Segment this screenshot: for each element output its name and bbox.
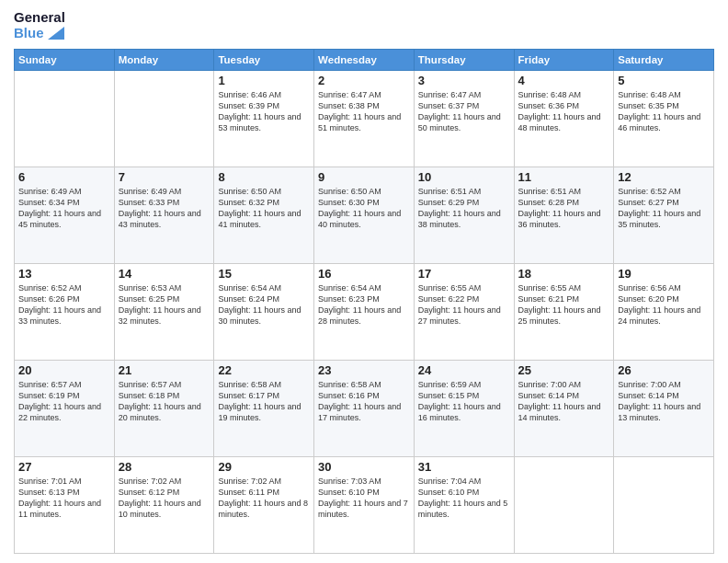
- calendar-cell: 14Sunrise: 6:53 AMSunset: 6:25 PMDayligh…: [114, 263, 214, 360]
- calendar-cell: 1Sunrise: 6:46 AMSunset: 6:39 PMDaylight…: [214, 70, 314, 167]
- day-number: 22: [218, 363, 310, 377]
- cell-content: Sunrise: 6:48 AMSunset: 6:36 PMDaylight:…: [518, 89, 610, 134]
- cell-content: Sunrise: 6:51 AMSunset: 6:29 PMDaylight:…: [418, 186, 510, 231]
- calendar-week-3: 13Sunrise: 6:52 AMSunset: 6:26 PMDayligh…: [15, 263, 714, 360]
- cell-content: Sunrise: 6:50 AMSunset: 6:32 PMDaylight:…: [218, 186, 310, 231]
- cell-content: Sunrise: 6:55 AMSunset: 6:22 PMDaylight:…: [418, 282, 510, 327]
- calendar-cell: 28Sunrise: 7:02 AMSunset: 6:12 PMDayligh…: [114, 456, 214, 553]
- logo-text-block: General Blue: [14, 9, 65, 41]
- calendar-cell: 10Sunrise: 6:51 AMSunset: 6:29 PMDayligh…: [414, 167, 514, 263]
- cell-content: Sunrise: 7:04 AMSunset: 6:10 PMDaylight:…: [418, 476, 510, 521]
- calendar-cell: 22Sunrise: 6:58 AMSunset: 6:17 PMDayligh…: [214, 360, 314, 456]
- day-number: 8: [218, 170, 310, 184]
- day-number: 16: [318, 267, 410, 281]
- day-number: 23: [318, 363, 410, 377]
- weekday-header-saturday: Saturday: [614, 49, 714, 70]
- calendar-cell: [614, 456, 714, 553]
- cell-content: Sunrise: 6:57 AMSunset: 6:18 PMDaylight:…: [119, 379, 210, 424]
- calendar-cell: 12Sunrise: 6:52 AMSunset: 6:27 PMDayligh…: [614, 167, 714, 263]
- cell-content: Sunrise: 7:01 AMSunset: 6:13 PMDaylight:…: [18, 476, 110, 521]
- calendar-cell: 4Sunrise: 6:48 AMSunset: 6:36 PMDaylight…: [514, 70, 614, 167]
- day-number: 28: [119, 460, 210, 474]
- calendar-cell: 21Sunrise: 6:57 AMSunset: 6:18 PMDayligh…: [114, 360, 214, 456]
- cell-content: Sunrise: 6:50 AMSunset: 6:30 PMDaylight:…: [318, 186, 410, 231]
- weekday-header-monday: Monday: [114, 49, 214, 70]
- weekday-header-tuesday: Tuesday: [214, 49, 314, 70]
- cell-content: Sunrise: 6:54 AMSunset: 6:23 PMDaylight:…: [318, 282, 410, 327]
- calendar-cell: 30Sunrise: 7:03 AMSunset: 6:10 PMDayligh…: [314, 456, 415, 553]
- calendar-cell: 29Sunrise: 7:02 AMSunset: 6:11 PMDayligh…: [214, 456, 314, 553]
- day-number: 7: [119, 170, 210, 184]
- calendar-cell: 8Sunrise: 6:50 AMSunset: 6:32 PMDaylight…: [214, 167, 314, 263]
- calendar-week-2: 6Sunrise: 6:49 AMSunset: 6:34 PMDaylight…: [15, 167, 714, 263]
- calendar-cell: 11Sunrise: 6:51 AMSunset: 6:28 PMDayligh…: [514, 167, 614, 263]
- calendar-cell: 26Sunrise: 7:00 AMSunset: 6:14 PMDayligh…: [614, 360, 714, 456]
- weekday-header-sunday: Sunday: [15, 49, 115, 70]
- cell-content: Sunrise: 6:58 AMSunset: 6:16 PMDaylight:…: [318, 379, 410, 424]
- cell-content: Sunrise: 6:47 AMSunset: 6:37 PMDaylight:…: [418, 89, 510, 134]
- calendar-header-row: SundayMondayTuesdayWednesdayThursdayFrid…: [15, 49, 714, 70]
- day-number: 1: [218, 74, 310, 87]
- cell-content: Sunrise: 6:53 AMSunset: 6:25 PMDaylight:…: [119, 282, 210, 327]
- cell-content: Sunrise: 7:03 AMSunset: 6:10 PMDaylight:…: [318, 476, 410, 521]
- calendar-cell: 19Sunrise: 6:56 AMSunset: 6:20 PMDayligh…: [614, 263, 714, 360]
- weekday-header-wednesday: Wednesday: [314, 49, 415, 70]
- cell-content: Sunrise: 6:49 AMSunset: 6:34 PMDaylight:…: [18, 186, 110, 231]
- day-number: 30: [318, 460, 410, 474]
- calendar-week-4: 20Sunrise: 6:57 AMSunset: 6:19 PMDayligh…: [15, 360, 714, 456]
- calendar-cell: 18Sunrise: 6:55 AMSunset: 6:21 PMDayligh…: [514, 263, 614, 360]
- calendar-cell: 27Sunrise: 7:01 AMSunset: 6:13 PMDayligh…: [15, 456, 115, 553]
- day-number: 31: [418, 460, 510, 474]
- day-number: 13: [18, 267, 110, 281]
- calendar-cell: 17Sunrise: 6:55 AMSunset: 6:22 PMDayligh…: [414, 263, 514, 360]
- cell-content: Sunrise: 6:51 AMSunset: 6:28 PMDaylight:…: [518, 186, 610, 231]
- logo-general: General: [14, 9, 65, 25]
- cell-content: Sunrise: 7:02 AMSunset: 6:12 PMDaylight:…: [119, 476, 210, 521]
- cell-content: Sunrise: 6:48 AMSunset: 6:35 PMDaylight:…: [618, 89, 710, 134]
- logo-triangle-icon: [48, 27, 64, 40]
- calendar-cell: 3Sunrise: 6:47 AMSunset: 6:37 PMDaylight…: [414, 70, 514, 167]
- day-number: 9: [318, 170, 410, 184]
- calendar-cell: 25Sunrise: 7:00 AMSunset: 6:14 PMDayligh…: [514, 360, 614, 456]
- calendar-cell: [114, 70, 214, 167]
- cell-content: Sunrise: 6:59 AMSunset: 6:15 PMDaylight:…: [418, 379, 510, 424]
- day-number: 29: [218, 460, 310, 474]
- calendar-cell: 23Sunrise: 6:58 AMSunset: 6:16 PMDayligh…: [314, 360, 415, 456]
- calendar-week-5: 27Sunrise: 7:01 AMSunset: 6:13 PMDayligh…: [15, 456, 714, 553]
- cell-content: Sunrise: 7:00 AMSunset: 6:14 PMDaylight:…: [518, 379, 610, 424]
- calendar-cell: 6Sunrise: 6:49 AMSunset: 6:34 PMDaylight…: [15, 167, 115, 263]
- calendar-table: SundayMondayTuesdayWednesdayThursdayFrid…: [14, 49, 714, 555]
- day-number: 14: [119, 267, 210, 281]
- cell-content: Sunrise: 6:58 AMSunset: 6:17 PMDaylight:…: [218, 379, 310, 424]
- day-number: 21: [119, 363, 210, 377]
- day-number: 17: [418, 267, 510, 281]
- day-number: 18: [518, 267, 610, 281]
- logo: General Blue: [14, 9, 65, 41]
- page: General Blue SundayMondayTuesdayWednesda…: [0, 0, 728, 563]
- calendar-week-1: 1Sunrise: 6:46 AMSunset: 6:39 PMDaylight…: [15, 70, 714, 167]
- cell-content: Sunrise: 6:47 AMSunset: 6:38 PMDaylight:…: [318, 89, 410, 134]
- calendar-cell: 31Sunrise: 7:04 AMSunset: 6:10 PMDayligh…: [414, 456, 514, 553]
- cell-content: Sunrise: 6:52 AMSunset: 6:27 PMDaylight:…: [618, 186, 710, 231]
- calendar-cell: 16Sunrise: 6:54 AMSunset: 6:23 PMDayligh…: [314, 263, 415, 360]
- cell-content: Sunrise: 6:54 AMSunset: 6:24 PMDaylight:…: [218, 282, 310, 327]
- day-number: 12: [618, 170, 710, 184]
- calendar-cell: 20Sunrise: 6:57 AMSunset: 6:19 PMDayligh…: [15, 360, 115, 456]
- calendar-cell: 24Sunrise: 6:59 AMSunset: 6:15 PMDayligh…: [414, 360, 514, 456]
- cell-content: Sunrise: 6:46 AMSunset: 6:39 PMDaylight:…: [218, 89, 310, 134]
- day-number: 26: [618, 363, 710, 377]
- calendar-cell: 15Sunrise: 6:54 AMSunset: 6:24 PMDayligh…: [214, 263, 314, 360]
- day-number: 19: [618, 267, 710, 281]
- calendar-cell: 9Sunrise: 6:50 AMSunset: 6:30 PMDaylight…: [314, 167, 415, 263]
- day-number: 5: [618, 74, 710, 87]
- day-number: 15: [218, 267, 310, 281]
- day-number: 24: [418, 363, 510, 377]
- cell-content: Sunrise: 6:55 AMSunset: 6:21 PMDaylight:…: [518, 282, 610, 327]
- weekday-header-friday: Friday: [514, 49, 614, 70]
- calendar-cell: 5Sunrise: 6:48 AMSunset: 6:35 PMDaylight…: [614, 70, 714, 167]
- day-number: 11: [518, 170, 610, 184]
- cell-content: Sunrise: 6:52 AMSunset: 6:26 PMDaylight:…: [18, 282, 110, 327]
- cell-content: Sunrise: 6:57 AMSunset: 6:19 PMDaylight:…: [18, 379, 110, 424]
- day-number: 10: [418, 170, 510, 184]
- header: General Blue: [14, 9, 714, 41]
